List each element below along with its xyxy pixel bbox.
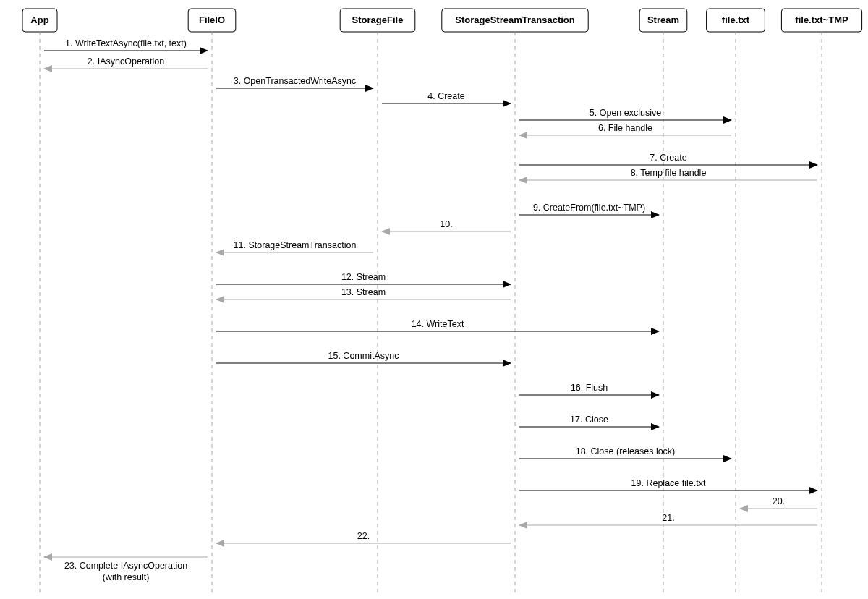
message: 15. CommitAsync (216, 351, 511, 363)
message-label: 23. Complete IAsyncOperation (64, 561, 187, 571)
message-label: 2. IAsyncOperation (88, 56, 164, 67)
message: 14. WriteText (216, 319, 659, 331)
message: 18. Close (releases lock) (519, 446, 731, 459)
message-label: 14. WriteText (412, 319, 464, 329)
message-label: 5. Open exclusive (590, 108, 661, 118)
message: 16. Flush (519, 383, 659, 395)
message: 7. Create (519, 153, 817, 165)
message: 21. (519, 513, 817, 525)
message: 8. Temp file handle (519, 168, 817, 180)
participant-ftmp: file.txt~TMP (781, 9, 861, 32)
message-label: 13. Stream (341, 287, 386, 297)
message-label: 15. CommitAsync (328, 351, 399, 361)
message: 4. Create (382, 91, 511, 103)
message-label: 22. (357, 531, 370, 541)
message-label: 16. Flush (571, 383, 608, 393)
message-label: 21. (662, 513, 674, 523)
sequence-diagram: AppFileIOStorageFileStorageStreamTransac… (0, 0, 868, 599)
message: 23. Complete IAsyncOperation(with result… (44, 557, 208, 582)
message-label: 7. Create (650, 153, 686, 163)
message: 11. StorageStreamTransaction (216, 240, 373, 252)
participant-label: StorageStreamTransaction (455, 14, 575, 25)
participant-ftxt: file.txt (707, 9, 765, 32)
message: 9. CreateFrom(file.txt~TMP) (519, 203, 659, 215)
message: 2. IAsyncOperation (44, 56, 208, 69)
participant-label: file.txt~TMP (795, 14, 848, 25)
message: 22. (216, 531, 511, 543)
participant-label: App (30, 14, 48, 25)
message-label: 8. Temp file handle (631, 168, 707, 178)
message-label: 11. StorageStreamTransaction (234, 240, 357, 250)
message-label: 10. (440, 219, 452, 229)
message-label: 17. Close (570, 415, 608, 425)
message: 19. Replace file.txt (519, 478, 817, 490)
message: 3. OpenTransactedWriteAsync (216, 76, 373, 88)
message: 10. (382, 219, 511, 231)
message: 6. File handle (519, 123, 731, 135)
message-label: 12. Stream (341, 272, 386, 282)
participant-label: Stream (647, 14, 679, 25)
message-label: 6. File handle (598, 123, 652, 133)
message-label: (with result) (103, 572, 150, 582)
participant-label: FileIO (199, 14, 225, 25)
participant-sfile: StorageFile (340, 9, 415, 32)
message-label: 20. (773, 496, 785, 506)
participant-label: file.txt (722, 14, 750, 25)
participant-fio: FileIO (188, 9, 236, 32)
message: 17. Close (519, 415, 659, 427)
participant-app: App (22, 9, 57, 32)
message: 20. (740, 496, 817, 509)
message: 1. WriteTextAsync(file.txt, text) (44, 38, 208, 51)
message-label: 19. Replace file.txt (631, 478, 706, 488)
participant-label: StorageFile (352, 14, 404, 25)
message: 12. Stream (216, 272, 511, 284)
message-label: 3. OpenTransactedWriteAsync (234, 76, 357, 86)
message-label: 4. Create (427, 91, 464, 101)
message-label: 18. Close (releases lock) (576, 446, 676, 456)
participant-sst: StorageStreamTransaction (442, 9, 588, 32)
participant-strm: Stream (639, 9, 687, 32)
message: 5. Open exclusive (519, 108, 731, 120)
message: 13. Stream (216, 287, 511, 300)
message-label: 9. CreateFrom(file.txt~TMP) (533, 203, 645, 213)
message-label: 1. WriteTextAsync(file.txt, text) (65, 38, 187, 48)
